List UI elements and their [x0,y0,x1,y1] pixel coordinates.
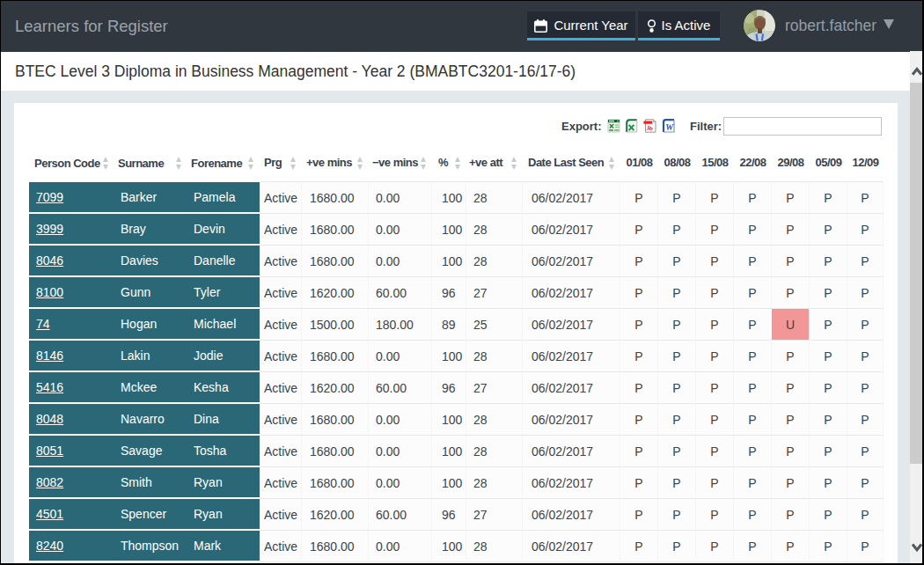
svg-text:W: W [665,122,674,132]
